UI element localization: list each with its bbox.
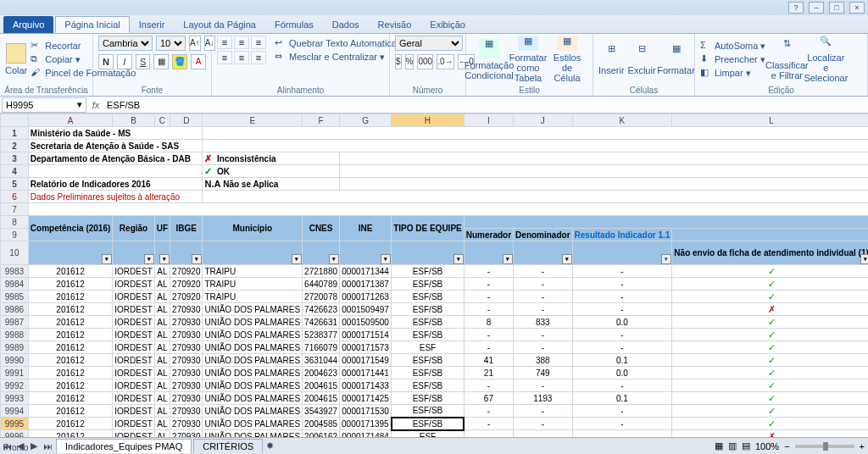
data-cell[interactable]: 270930 [170, 329, 203, 341]
data-cell[interactable]: 7166079 [303, 341, 340, 354]
data-cell[interactable]: AL [154, 379, 170, 392]
data-cell[interactable]: ✓ [672, 316, 868, 329]
data-cell[interactable]: - [464, 291, 513, 303]
filter-icon[interactable]: ▾ [102, 254, 112, 264]
maximize-button[interactable]: □ [829, 2, 844, 14]
view-normal-button[interactable]: ▦ [715, 440, 723, 451]
data-cell[interactable]: 2721880 [303, 265, 340, 278]
row-header[interactable]: 9985 [1, 291, 29, 303]
data-cell[interactable]: 3543927 [303, 405, 340, 418]
data-cell[interactable]: IORDEST [113, 316, 154, 329]
data-cell[interactable]: ESF/SB [392, 405, 465, 418]
fx-button[interactable]: fx [88, 100, 103, 110]
filter-icon[interactable]: ▾ [381, 254, 391, 264]
data-cell[interactable]: UNIÃO DOS PALMARES [203, 379, 303, 392]
data-cell[interactable]: 270930 [170, 303, 203, 316]
data-cell[interactable]: 0000171484 [340, 430, 392, 438]
data-cell[interactable]: - [572, 278, 672, 291]
data-cell[interactable]: 201612 [28, 316, 112, 329]
data-cell[interactable]: - [572, 405, 672, 418]
row-header[interactable]: 9990 [1, 354, 29, 367]
data-cell[interactable]: - [464, 341, 513, 354]
data-cell[interactable]: 201612 [28, 303, 112, 316]
data-cell[interactable]: IORDEST [113, 392, 154, 405]
data-cell[interactable]: 201612 [28, 278, 112, 291]
data-cell[interactable]: - [572, 303, 672, 316]
data-cell[interactable]: ✗ [672, 430, 868, 438]
data-cell[interactable]: 2720078 [303, 291, 340, 303]
font-size-select[interactable]: 10 [156, 36, 186, 51]
sort-filter-button[interactable]: ⇅Classificar e Filtrar [769, 36, 804, 83]
zoom-slider[interactable] [795, 445, 854, 448]
row-header[interactable]: 9996 [1, 430, 29, 438]
data-cell[interactable]: 270930 [170, 430, 203, 438]
data-cell[interactable]: 201612 [28, 341, 112, 354]
data-cell[interactable]: ✓ [672, 278, 868, 291]
filter-icon[interactable]: ▾ [329, 254, 339, 264]
data-cell[interactable]: 201612 [28, 405, 112, 418]
col-header[interactable]: L [672, 114, 868, 127]
data-cell[interactable]: 0000171573 [340, 341, 392, 354]
data-cell[interactable]: 0000171530 [340, 405, 392, 418]
format-cells-button[interactable]: ▦Formatar [659, 36, 693, 83]
data-cell[interactable]: 270930 [170, 354, 203, 367]
sheet-tab-2[interactable]: CRITÉRIOS [193, 439, 263, 453]
data-cell[interactable]: ESF/SB [392, 265, 465, 278]
col-header[interactable]: F [303, 114, 340, 127]
data-cell[interactable]: - [514, 278, 572, 291]
row-header[interactable]: 9989 [1, 341, 29, 354]
row-header[interactable]: 9983 [1, 265, 29, 278]
filter-icon[interactable]: ▾ [144, 254, 154, 264]
alignment-grid[interactable]: ≡≡≡ ≡≡≡ [217, 36, 266, 64]
data-cell[interactable]: 201612 [28, 265, 112, 278]
row-header[interactable]: 9992 [1, 379, 29, 392]
cond-format-button[interactable]: ▦Formatação Condicional [471, 36, 507, 83]
data-cell[interactable]: 201612 [28, 418, 112, 430]
tab-data[interactable]: Dados [323, 16, 369, 33]
data-cell[interactable]: 7426631 [303, 316, 340, 329]
filter-cell[interactable]: ▾ [170, 241, 203, 265]
inc-decimal-button[interactable]: .0→ [437, 54, 453, 69]
col-header[interactable]: C [154, 114, 170, 127]
data-cell[interactable]: 5238377 [303, 329, 340, 341]
data-cell[interactable]: ESF/SB [392, 329, 465, 341]
data-cell[interactable]: 0001509497 [340, 303, 392, 316]
data-cell[interactable]: AL [154, 430, 170, 438]
data-cell[interactable]: ESF/SB [392, 379, 465, 392]
tab-home[interactable]: Página Inicial [55, 16, 129, 33]
data-cell[interactable]: 0000171433 [340, 379, 392, 392]
data-cell[interactable]: UNIÃO DOS PALMARES [203, 418, 303, 430]
data-cell[interactable]: 8 [464, 316, 513, 329]
data-cell[interactable]: IORDEST [113, 418, 154, 430]
col-header[interactable] [1, 114, 29, 127]
data-cell[interactable]: - [514, 291, 572, 303]
data-cell[interactable]: 201612 [28, 430, 112, 438]
data-cell[interactable]: 388 [514, 354, 572, 367]
data-cell[interactable]: 0000171387 [340, 278, 392, 291]
data-cell[interactable]: AL [154, 392, 170, 405]
data-cell[interactable]: - [464, 405, 513, 418]
col-header[interactable]: K [572, 114, 672, 127]
data-cell[interactable]: 0001509500 [340, 316, 392, 329]
filter-cell[interactable]: ▾ [203, 241, 303, 265]
data-cell[interactable]: 201612 [28, 354, 112, 367]
data-cell[interactable]: - [514, 341, 572, 354]
data-cell[interactable]: - [572, 265, 672, 278]
data-cell[interactable]: ESF [392, 430, 465, 438]
data-cell[interactable]: 201612 [28, 379, 112, 392]
tab-view[interactable]: Exibição [420, 16, 475, 33]
row-header[interactable]: 9986 [1, 303, 29, 316]
data-cell[interactable]: 0.1 [572, 392, 672, 405]
data-cell[interactable]: IORDEST [113, 341, 154, 354]
data-cell[interactable]: UNIÃO DOS PALMARES [203, 430, 303, 438]
data-cell[interactable]: 0000171344 [340, 265, 392, 278]
close-button[interactable]: × [849, 2, 865, 14]
row-header[interactable]: 9993 [1, 392, 29, 405]
row-header[interactable]: 3 [1, 152, 29, 165]
data-cell[interactable]: TRAIPU [203, 291, 303, 303]
data-cell[interactable]: 2004585 [303, 418, 340, 430]
tab-formulas[interactable]: Fórmulas [265, 16, 323, 33]
data-cell[interactable]: ✓ [672, 341, 868, 354]
data-cell[interactable]: IORDEST [113, 367, 154, 379]
format-table-button[interactable]: ▦Formatar como Tabela [510, 36, 546, 83]
